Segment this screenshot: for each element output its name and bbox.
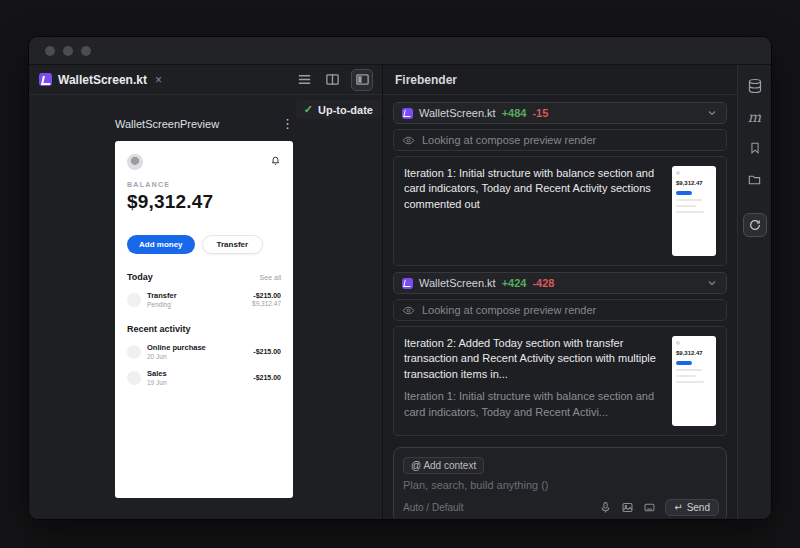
folder-icon[interactable] bbox=[746, 170, 764, 188]
eye-icon bbox=[402, 134, 415, 147]
desktop: WalletScreen.kt × bbox=[0, 0, 800, 548]
lines-added: +424 bbox=[502, 277, 527, 289]
file-diff-row[interactable]: WalletScreen.kt +424 -428 bbox=[393, 272, 727, 294]
transaction-subtitle: 20 Jun bbox=[147, 353, 247, 360]
transaction-row: Online purchase 20 Jun -$215.00 bbox=[127, 343, 281, 360]
ide-window: WalletScreen.kt × bbox=[28, 36, 772, 520]
tab-walletscreen[interactable]: WalletScreen.kt × bbox=[29, 65, 172, 94]
iteration-text: Iteration 1: Initial structure with bala… bbox=[404, 166, 662, 212]
status-badge-label: Up-to-date bbox=[318, 104, 373, 116]
transaction-title: Online purchase bbox=[147, 343, 247, 352]
see-all-link: See all bbox=[260, 274, 281, 281]
check-icon: ✓ bbox=[304, 103, 313, 116]
status-badge: ✓ Up-to-date bbox=[296, 100, 381, 119]
transaction-subtitle: Pending bbox=[147, 301, 246, 308]
chat-body: WalletScreen.kt +484 -15 Looking at comp… bbox=[383, 95, 737, 519]
recent-title: Recent activity bbox=[127, 324, 191, 334]
kotlin-file-icon bbox=[402, 278, 413, 289]
transaction-icon bbox=[127, 371, 141, 385]
lines-added: +484 bbox=[502, 107, 527, 119]
chat-input[interactable] bbox=[403, 479, 653, 497]
firebender-tool-icon[interactable] bbox=[743, 213, 767, 237]
chat-composer[interactable]: @ Add context Auto / Default bbox=[393, 447, 727, 520]
transaction-row: Sales 19 Jun -$215.00 bbox=[127, 369, 281, 386]
bookmark-icon[interactable] bbox=[746, 139, 764, 157]
iteration-card: Iteration 2: Added Today section with tr… bbox=[393, 326, 727, 436]
window-minimize-button[interactable] bbox=[63, 46, 73, 56]
tab-label: WalletScreen.kt bbox=[58, 73, 147, 87]
lines-removed: -15 bbox=[532, 107, 548, 119]
transaction-amount: -$215.00 bbox=[253, 348, 281, 355]
transaction-amount: -$215.00 bbox=[253, 374, 281, 381]
tab-close-icon[interactable]: × bbox=[155, 73, 162, 87]
editor-tabbar: WalletScreen.kt × bbox=[29, 65, 382, 95]
preview-buttons: Add money Transfer bbox=[127, 235, 281, 254]
balance-label: BALANCE bbox=[127, 181, 281, 188]
file-name: WalletScreen.kt bbox=[419, 107, 496, 119]
iteration-text: Iteration 2: Added Today section with tr… bbox=[404, 336, 662, 382]
send-arrow-icon: ↵ bbox=[674, 502, 682, 513]
kebab-menu-icon[interactable]: ⋮ bbox=[281, 117, 294, 130]
kotlin-file-icon bbox=[39, 73, 52, 86]
preview-topbar bbox=[127, 153, 281, 171]
kotlin-file-icon bbox=[402, 108, 413, 119]
transaction-row: Transfer Pending -$215.00 $9,312.47 bbox=[127, 291, 281, 308]
editor-view-toggles bbox=[295, 69, 382, 91]
thumb-balance: $9,312.47 bbox=[676, 180, 712, 186]
chevron-down-icon[interactable] bbox=[706, 277, 718, 289]
design-view-icon[interactable] bbox=[351, 69, 373, 91]
model-selector[interactable]: Auto / Default bbox=[403, 502, 464, 513]
bell-icon bbox=[270, 153, 281, 171]
transaction-icon bbox=[127, 293, 141, 307]
transaction-icon bbox=[127, 345, 141, 359]
preview-thumbnail[interactable]: $9,312.47 bbox=[672, 336, 716, 426]
eye-icon bbox=[402, 304, 415, 317]
today-title: Today bbox=[127, 272, 153, 282]
add-context-button[interactable]: @ Add context bbox=[403, 457, 484, 474]
send-button[interactable]: ↵ Send bbox=[665, 499, 719, 516]
firebender-panel: Firebender WalletScreen.kt +484 -15 bbox=[383, 65, 738, 519]
add-money-button: Add money bbox=[127, 235, 195, 254]
recent-section-header: Recent activity bbox=[127, 324, 281, 334]
chevron-down-icon[interactable] bbox=[706, 107, 718, 119]
transaction-title: Sales bbox=[147, 369, 247, 378]
lines-removed: -428 bbox=[532, 277, 554, 289]
transaction-title: Transfer bbox=[147, 291, 246, 300]
avatar bbox=[127, 154, 143, 170]
status-row[interactable]: Looking at compose preview render bbox=[393, 299, 727, 321]
keyboard-icon[interactable] bbox=[643, 501, 656, 514]
preview-header: WalletScreenPreview ⋮ bbox=[115, 117, 294, 130]
image-icon[interactable] bbox=[621, 501, 634, 514]
thumb-balance: $9,312.47 bbox=[676, 350, 712, 356]
split-view-icon[interactable] bbox=[323, 71, 341, 89]
file-name: WalletScreen.kt bbox=[419, 277, 496, 289]
transaction-subtitle: 19 Jun bbox=[147, 379, 247, 386]
file-diff-row[interactable]: WalletScreen.kt +484 -15 bbox=[393, 102, 727, 124]
status-row[interactable]: Looking at compose preview render bbox=[393, 129, 727, 151]
panel-title: Firebender bbox=[383, 65, 737, 95]
editor-pane: WalletScreen.kt × bbox=[29, 65, 383, 519]
preview-thumbnail[interactable]: $9,312.47 bbox=[672, 166, 716, 256]
status-text: Looking at compose preview render bbox=[422, 304, 596, 316]
balance-value: $9,312.47 bbox=[127, 191, 281, 213]
wallet-preview-render: BALANCE $9,312.47 Add money Transfer Tod… bbox=[115, 141, 293, 498]
transaction-amount: -$215.00 bbox=[252, 292, 281, 299]
transaction-balance: $9,312.47 bbox=[252, 300, 281, 307]
code-view-icon[interactable] bbox=[295, 71, 313, 89]
transfer-button: Transfer bbox=[202, 235, 264, 254]
compose-preview-area: ✓ Up-to-date WalletScreenPreview ⋮ bbox=[29, 95, 382, 519]
status-text: Looking at compose preview render bbox=[422, 134, 596, 146]
iteration-previous-text: Iteration 1: Initial structure with bala… bbox=[404, 389, 662, 420]
database-icon[interactable] bbox=[746, 77, 764, 95]
maven-icon[interactable]: m bbox=[746, 108, 764, 126]
preview-title: WalletScreenPreview bbox=[115, 118, 219, 130]
window-content: WalletScreen.kt × bbox=[29, 65, 771, 519]
iteration-card: Iteration 1: Initial structure with bala… bbox=[393, 156, 727, 266]
today-section-header: Today See all bbox=[127, 272, 281, 282]
window-close-button[interactable] bbox=[45, 46, 55, 56]
right-tool-window-bar: m bbox=[738, 65, 771, 519]
mic-icon[interactable] bbox=[599, 501, 612, 514]
window-maximize-button[interactable] bbox=[81, 46, 91, 56]
window-titlebar bbox=[29, 37, 771, 65]
